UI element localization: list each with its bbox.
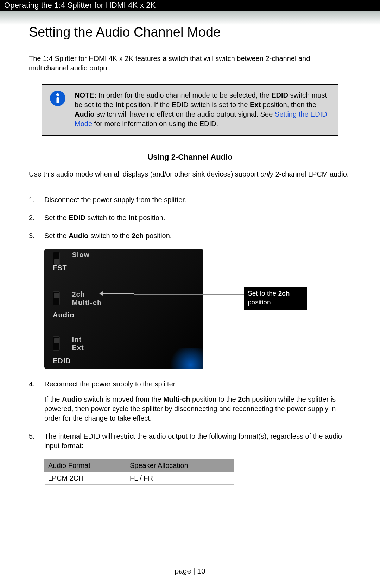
note-part3: position. If the EDID switch is set to t… [124,101,250,109]
footer-page-number: 10 [197,567,205,575]
s5-text: The internal EDID will restrict the audi… [44,432,342,450]
edid-switch [53,336,60,351]
lead-post: 2-channel LPCM audio. [273,170,349,178]
note-b3: Ext [250,101,261,109]
header-gradient [0,11,380,25]
th-speaker-alloc: Speaker Allocation [126,459,234,472]
s3-mid: switch to the [89,232,132,240]
note-b1: EDID [271,91,288,99]
header-bar: Operating the 1:4 Splitter for HDMI 4K x… [0,0,380,11]
page-title: Setting the Audio Channel Mode [29,25,351,40]
callout-connector-line [134,294,244,295]
subheading: Using 2-Channel Audio [29,153,351,162]
note-b4: Audio [75,110,95,118]
s2-pre: Set the [44,214,69,222]
note-text: NOTE: In order for the audio channel mod… [75,91,330,129]
audio-switch [53,291,60,305]
s4-line1: Reconnect the power supply to the splitt… [44,380,175,388]
callout-b: 2ch [278,290,290,297]
table-header-row: Audio Format Speaker Allocation [45,459,234,472]
td-alloc: FL / FR [126,472,234,485]
audio-opt-multi: Multi-ch [72,298,102,307]
callout-pre: Set to the [248,290,278,297]
step-2: Set the EDID switch to the Int position. [29,213,351,223]
s4p-b3: 2ch [238,395,250,403]
callout-post: position [248,298,271,306]
switch-row-audio: 2ch Multi-ch [53,290,196,307]
audio-label: Audio [53,311,75,319]
device-photo: Slow FST 2ch Multi-ch Audio Int Ext [44,249,203,369]
step-1: Disconnect the power supply from the spl… [29,195,351,205]
th-audio-format: Audio Format [45,459,126,472]
page-footer: page | 10 [0,567,380,575]
diagram: Slow FST 2ch Multi-ch Audio Int Ext [44,249,351,369]
s3-pre: Set the [44,232,69,240]
lead-only: only [260,170,273,178]
edid-opt-ext: Ext [72,343,84,352]
s4p-pre: If the [44,395,62,403]
breadcrumb: Operating the 1:4 Splitter for HDMI 4K x… [4,1,156,10]
step-1-text: Disconnect the power supply from the spl… [44,196,186,204]
s4-para: If the Audio switch is moved from the Mu… [44,395,351,423]
callout-box: Set to the 2ch position [244,287,307,310]
s3-b1: Audio [69,232,89,240]
s2-b2: Int [128,214,137,222]
fst-opt-slow: Slow [72,250,90,259]
edid-label: EDID [53,357,71,365]
step-5: The internal EDID will restrict the audi… [29,432,351,451]
s4p-b2: Multi-ch [163,395,190,403]
s2-post: position. [137,214,165,222]
steps-list-cont: Reconnect the power supply to the splitt… [29,379,351,451]
lead-pre: Use this audio mode when all displays (a… [29,170,260,178]
table-row: LPCM 2CH FL / FR [45,472,234,485]
note-part6: for more information on using the EDID. [92,120,218,128]
note-b2: Int [115,101,124,109]
note-box: NOTE: In order for the audio channel mod… [42,84,338,136]
audio-opt-2ch: 2ch [72,290,102,298]
switch-row-edid: Int Ext [53,335,196,352]
edid-opt-int: Int [72,335,84,343]
step-3: Set the Audio switch to the 2ch position… [29,231,351,241]
s2-b1: EDID [69,214,86,222]
s3-b2: 2ch [132,232,144,240]
note-part1: In order for the audio channel mode to b… [96,91,271,99]
footer-label: page | [175,567,197,575]
s4p-b: position to the [190,395,238,403]
s4p-b1: Audio [62,395,82,403]
info-icon [50,91,65,106]
note-label: NOTE: [75,91,96,99]
lead-paragraph: Use this audio mode when all displays (a… [29,169,351,179]
s4p-a: switch is moved from the [82,395,163,403]
s3-post: position. [144,232,172,240]
step-4: Reconnect the power supply to the splitt… [29,379,351,423]
fst-label: FST [53,264,67,272]
arrow-2ch-icon [100,293,134,294]
s2-mid: switch to the [86,214,128,222]
steps-list: Disconnect the power supply from the spl… [29,195,351,241]
info-icon-wrap [50,91,66,129]
td-format: LPCM 2CH [45,472,126,485]
note-part5: switch will have no effect on the audio … [95,110,275,118]
audio-format-table: Audio Format Speaker Allocation LPCM 2CH… [44,459,234,485]
switch-row-fst: Slow [53,250,196,266]
intro-paragraph: The 1:4 Splitter for HDMI 4K x 2K featur… [29,54,351,73]
note-part4: position, then the [261,101,316,109]
